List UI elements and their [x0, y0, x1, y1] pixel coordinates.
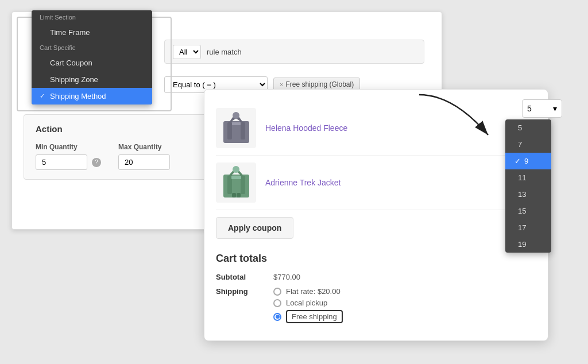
- subtotal-value: $770.00: [273, 273, 300, 281]
- product-image-1: [220, 110, 252, 147]
- cart-item-1: Helena Hooded Fleece $55.00: [216, 101, 536, 156]
- cart-panel: Helena Hooded Fleece $55.00 Adrienne Tre…: [204, 89, 548, 341]
- dropdown-item-timeframe[interactable]: Time Frame: [32, 24, 152, 41]
- product-thumb-2: [216, 162, 256, 203]
- svg-rect-12: [231, 176, 241, 179]
- product-link-2[interactable]: Adrienne Trek Jacket: [265, 178, 341, 187]
- all-select[interactable]: All: [173, 45, 201, 59]
- svg-rect-11: [241, 176, 245, 194]
- cart-totals: Cart totals Subtotal $770.00 Shipping Fl…: [216, 246, 536, 323]
- qty-option-7[interactable]: 7: [505, 136, 551, 153]
- radio-free-shipping: [273, 313, 281, 321]
- shipping-option-local[interactable]: Local pickup: [273, 299, 343, 307]
- svg-rect-13: [232, 193, 236, 198]
- svg-rect-5: [241, 122, 245, 140]
- svg-point-3: [233, 112, 239, 119]
- qty-option-13[interactable]: 13: [505, 186, 551, 203]
- shipping-row: Shipping Flat rate: $20.00 Local pickup …: [216, 287, 536, 323]
- max-qty-input[interactable]: [118, 154, 170, 170]
- cart-totals-title: Cart totals: [216, 253, 536, 265]
- radio-flat-rate: [273, 288, 281, 296]
- flat-rate-label: Flat rate: $20.00: [286, 287, 341, 296]
- svg-rect-6: [232, 122, 241, 125]
- qty-option-5[interactable]: 5: [505, 119, 551, 136]
- product-image-2: [220, 164, 252, 202]
- qty-option-11[interactable]: 11: [505, 169, 551, 186]
- dropdown-item-cart-coupon[interactable]: Cart Coupon: [32, 55, 152, 71]
- min-qty-input[interactable]: [36, 154, 87, 170]
- subtotal-row: Subtotal $770.00: [216, 273, 536, 281]
- qty-chevron-icon: ▾: [553, 104, 557, 113]
- dropdown-item-shipping-zone[interactable]: Shipping Zone: [32, 71, 152, 88]
- qty-current-value: 5: [527, 104, 532, 113]
- shipping-option-flat[interactable]: Flat rate: $20.00: [273, 287, 343, 296]
- shipping-label: Shipping: [216, 287, 273, 296]
- min-qty-help-icon[interactable]: ?: [92, 158, 101, 167]
- svg-rect-4: [227, 122, 232, 140]
- product-link-1[interactable]: Helena Hooded Fleece: [265, 123, 347, 133]
- product-details-2: Adrienne Trek Jacket: [265, 177, 341, 188]
- svg-point-9: [233, 166, 239, 173]
- action-title: Action: [36, 124, 230, 134]
- max-qty-label: Max Quantity: [118, 143, 170, 151]
- quantity-trigger[interactable]: 5 ▾: [522, 99, 562, 118]
- local-pickup-label: Local pickup: [286, 299, 327, 307]
- min-qty-label: Min Quantity: [36, 143, 101, 151]
- shipping-options: Flat rate: $20.00 Local pickup Free ship…: [273, 287, 343, 323]
- qty-option-15[interactable]: 15: [505, 203, 551, 219]
- qty-option-check-9: ✓: [514, 157, 521, 165]
- svg-rect-10: [227, 176, 232, 194]
- qty-option-19[interactable]: 19: [505, 236, 551, 253]
- product-thumb-1: [216, 108, 256, 148]
- rule-match-bar: All rule match: [164, 40, 424, 64]
- subtotal-label: Subtotal: [216, 273, 273, 281]
- limit-section-label: Limit Section: [32, 10, 152, 24]
- cart-item-2: Adrienne Trek Jacket $55.00: [216, 156, 536, 210]
- product-details-1: Helena Hooded Fleece: [265, 123, 347, 133]
- shipping-option-free[interactable]: Free shipping: [273, 310, 343, 323]
- apply-coupon-button[interactable]: Apply coupon: [216, 217, 293, 239]
- min-quantity-field: Min Quantity ?: [36, 143, 101, 170]
- checkmark-icon: ✓: [40, 92, 47, 100]
- dropdown-menu: Limit Section Time Frame Cart Specific C…: [32, 10, 152, 104]
- remove-tag-icon[interactable]: ×: [280, 81, 283, 88]
- qty-option-17[interactable]: 17: [505, 219, 551, 236]
- radio-local-pickup: [273, 299, 281, 307]
- cart-specific-label: Cart Specific: [32, 41, 152, 55]
- rule-match-text: rule match: [207, 48, 242, 56]
- free-shipping-label: Free shipping: [286, 310, 343, 323]
- max-quantity-field: Max Quantity: [118, 143, 170, 170]
- quantity-dropdown-list: 5 7 ✓ 9 11 13 15 17 19: [505, 119, 551, 253]
- quantity-row: Min Quantity ? Max Quantity: [36, 143, 230, 170]
- svg-rect-14: [237, 193, 241, 198]
- qty-option-9[interactable]: ✓ 9: [505, 153, 551, 169]
- dropdown-item-shipping-method[interactable]: ✓ Shipping Method: [32, 88, 152, 104]
